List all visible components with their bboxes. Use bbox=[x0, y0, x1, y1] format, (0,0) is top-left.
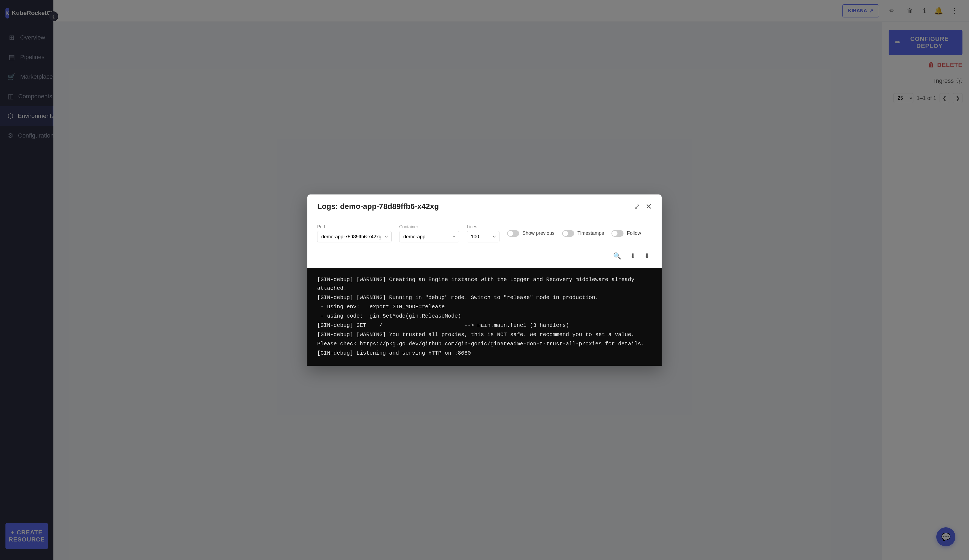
show-previous-toggle[interactable] bbox=[507, 230, 519, 237]
modal-expand-icon[interactable]: ⤢ bbox=[634, 203, 640, 211]
follow-label: Follow bbox=[627, 231, 641, 236]
modal-toolbar-right: 🔍 ⬇ ⬇ bbox=[611, 250, 652, 262]
show-previous-label: Show previous bbox=[523, 231, 554, 236]
follow-toggle-knob bbox=[612, 231, 618, 236]
log-download-icon[interactable]: ⬇ bbox=[642, 250, 652, 262]
pod-selector-group: Pod demo-app-78d89ffb6-x42xg bbox=[317, 224, 391, 243]
log-content[interactable]: [GIN-debug] [WARNING] Creating an Engine… bbox=[307, 268, 662, 366]
show-previous-toggle-knob bbox=[508, 231, 513, 236]
follow-toggle[interactable] bbox=[611, 230, 623, 237]
container-label: Container bbox=[399, 224, 459, 229]
log-line: [GIN-debug] GET / --> main.main.func1 (3… bbox=[317, 321, 652, 330]
log-line: - using code: gin.SetMode(gin.ReleaseMod… bbox=[317, 312, 652, 321]
follow-toggle-group: Follow bbox=[611, 230, 641, 237]
pod-select[interactable]: demo-app-78d89ffb6-x42xg bbox=[317, 231, 391, 243]
container-select[interactable]: demo-app bbox=[399, 231, 459, 243]
show-previous-toggle-group: Show previous bbox=[507, 230, 554, 237]
log-line: [GIN-debug] [WARNING] Creating an Engine… bbox=[317, 275, 652, 293]
modal-title: Logs: demo-app-78d89ffb6-x42xg bbox=[317, 202, 439, 211]
log-line: [GIN-debug] [WARNING] Running in "debug"… bbox=[317, 293, 652, 302]
log-line: Please check https://pkg.go.dev/github.c… bbox=[317, 340, 652, 348]
pod-label: Pod bbox=[317, 224, 391, 229]
timestamps-label: Timestamps bbox=[578, 231, 604, 236]
log-line: [GIN-debug] [WARNING] You trusted all pr… bbox=[317, 331, 652, 339]
log-line: - using env: export GIN_MODE=release bbox=[317, 302, 652, 311]
modal-close-button[interactable]: ✕ bbox=[646, 202, 652, 211]
log-filter-icon[interactable]: ⬇ bbox=[628, 250, 638, 262]
lines-label: Lines bbox=[467, 224, 499, 229]
modal-overlay: Logs: demo-app-78d89ffb6-x42xg ⤢ ✕ Pod d… bbox=[0, 0, 969, 560]
modal-header: Logs: demo-app-78d89ffb6-x42xg ⤢ ✕ bbox=[307, 194, 662, 219]
lines-selector-group: Lines 100 bbox=[467, 224, 499, 243]
log-search-icon[interactable]: 🔍 bbox=[611, 250, 623, 262]
log-line: [GIN-debug] Listening and serving HTTP o… bbox=[317, 349, 652, 357]
timestamps-toggle-group: Timestamps bbox=[562, 230, 604, 237]
timestamps-toggle-knob bbox=[563, 231, 568, 236]
timestamps-toggle[interactable] bbox=[562, 230, 574, 237]
modal-header-actions: ⤢ ✕ bbox=[634, 202, 652, 211]
modal-toolbar: Pod demo-app-78d89ffb6-x42xg Container d… bbox=[307, 219, 662, 268]
logs-modal: Logs: demo-app-78d89ffb6-x42xg ⤢ ✕ Pod d… bbox=[307, 194, 662, 366]
container-selector-group: Container demo-app bbox=[399, 224, 459, 243]
lines-select[interactable]: 100 bbox=[467, 231, 499, 243]
